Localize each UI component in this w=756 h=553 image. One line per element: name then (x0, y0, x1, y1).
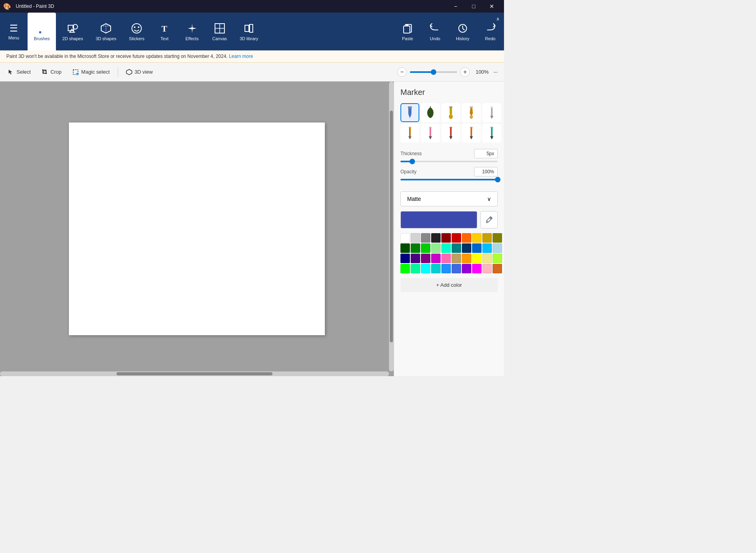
color-cell-23[interactable] (431, 254, 441, 263)
horizontal-scrollbar-thumb[interactable] (117, 372, 272, 375)
color-cell-38[interactable] (482, 264, 492, 273)
color-cell-25[interactable] (452, 254, 461, 263)
learn-more-link[interactable]: Learn more (229, 54, 253, 59)
color-cell-28[interactable] (482, 254, 492, 263)
ribbon-stickers[interactable]: Stickers (123, 13, 151, 50)
color-cell-12[interactable] (421, 243, 430, 253)
ribbon-undo[interactable]: Undo (421, 13, 449, 50)
svg-rect-0 (38, 23, 41, 24)
brush-pencil-gray-icon (485, 106, 499, 120)
color-cell-33[interactable] (431, 264, 441, 273)
color-cell-31[interactable] (411, 264, 420, 273)
svg-marker-38 (429, 136, 432, 139)
magic-select-tool[interactable]: ✦ Magic select (68, 67, 114, 77)
brush-pencil-orange[interactable] (462, 124, 481, 143)
ribbon-brushes[interactable]: Brushes (28, 13, 56, 50)
minimize-button[interactable]: − (447, 0, 465, 13)
add-color-button[interactable]: + Add color (400, 278, 498, 292)
color-cell-19[interactable] (493, 243, 502, 253)
color-cell-30[interactable] (400, 264, 410, 273)
color-cell-7[interactable] (472, 233, 482, 243)
eyedropper-button[interactable] (480, 211, 498, 228)
brush-pencil-gray[interactable] (482, 103, 501, 122)
color-cell-3[interactable] (431, 233, 441, 243)
ribbon-paste-label: Paste (402, 36, 413, 41)
zoom-slider-thumb[interactable] (431, 69, 436, 75)
brush-pencil[interactable] (400, 124, 419, 143)
color-cell-37[interactable] (472, 264, 482, 273)
drawing-canvas[interactable] (69, 122, 325, 335)
color-cell-13[interactable] (431, 243, 441, 253)
brush-pencil-teal[interactable] (482, 124, 501, 143)
zoom-out-button[interactable]: − (397, 67, 407, 77)
color-cell-34[interactable] (441, 264, 451, 273)
opacity-slider[interactable] (400, 179, 498, 180)
ribbon-text[interactable]: T Text (151, 13, 178, 50)
toolbar-more-button[interactable]: ··· (490, 67, 501, 76)
crop-tool[interactable]: Crop (37, 67, 66, 77)
color-cell-27[interactable] (472, 254, 482, 263)
zoom-in-button[interactable]: + (460, 67, 470, 77)
color-cell-15[interactable] (452, 243, 461, 253)
thickness-slider-thumb[interactable] (410, 159, 415, 164)
brush-oil[interactable] (441, 103, 460, 122)
ribbon-paste[interactable]: Paste (394, 13, 421, 50)
color-cell-39[interactable] (493, 264, 502, 273)
brush-calligraphy[interactable] (421, 103, 440, 122)
color-cell-5[interactable] (452, 233, 461, 243)
color-cell-11[interactable] (411, 243, 420, 253)
color-palette (400, 233, 498, 273)
ribbon-2dshapes[interactable]: 2D shapes (56, 13, 89, 50)
3dview-tool[interactable]: 3D view (121, 67, 158, 77)
color-cell-35[interactable] (452, 264, 461, 273)
color-cell-20[interactable] (400, 254, 410, 263)
color-cell-17[interactable] (472, 243, 482, 253)
color-cell-24[interactable] (441, 254, 451, 263)
color-cell-18[interactable] (482, 243, 492, 253)
select-tool[interactable]: Select (3, 67, 35, 77)
color-cell-6[interactable] (462, 233, 471, 243)
color-cell-26[interactable] (462, 254, 471, 263)
color-cell-22[interactable] (421, 254, 430, 263)
ribbon-history[interactable]: History (449, 13, 476, 50)
color-cell-32[interactable] (421, 264, 430, 273)
opacity-slider-thumb[interactable] (495, 177, 500, 182)
color-cell-10[interactable] (400, 243, 410, 253)
ribbon-collapse-button[interactable]: ∧ (491, 13, 504, 25)
color-cell-8[interactable] (482, 233, 492, 243)
ribbon-effects[interactable]: Effects (178, 13, 206, 50)
color-cell-2[interactable] (421, 233, 430, 243)
ribbon-3dshapes[interactable]: 3D shapes (89, 13, 123, 50)
color-cell-14[interactable] (441, 243, 451, 253)
color-cell-21[interactable] (411, 254, 420, 263)
zoom-slider[interactable] (410, 71, 457, 73)
text-icon: T (158, 22, 171, 35)
color-cell-36[interactable] (462, 264, 471, 273)
color-cell-4[interactable] (441, 233, 451, 243)
horizontal-scrollbar[interactable] (0, 371, 389, 376)
ribbon-canvas[interactable]: Canvas (206, 13, 233, 50)
brush-marker[interactable] (400, 103, 419, 122)
matte-dropdown[interactable]: Matte ∨ (400, 191, 498, 206)
maximize-button[interactable]: □ (465, 0, 483, 13)
close-button[interactable]: ✕ (483, 0, 501, 13)
3dshapes-icon (100, 22, 112, 35)
canvas-area[interactable] (0, 82, 394, 376)
vertical-scrollbar-thumb[interactable] (390, 111, 393, 343)
color-cell-29[interactable] (493, 254, 502, 263)
thickness-slider[interactable] (400, 161, 498, 162)
brush-pencil-pink[interactable] (421, 124, 440, 143)
svg-rect-28 (449, 106, 452, 108)
brush-watercolor[interactable] (462, 103, 481, 122)
opacity-value[interactable]: 100% (474, 167, 498, 176)
ribbon-menu[interactable]: ☰ Menu (0, 13, 28, 50)
color-cell-0[interactable] (400, 233, 410, 243)
color-cell-9[interactable] (493, 233, 502, 243)
current-color-swatch[interactable] (400, 211, 477, 228)
vertical-scrollbar[interactable] (389, 82, 394, 371)
color-cell-1[interactable] (411, 233, 420, 243)
ribbon-3dlibrary[interactable]: 3D library (233, 13, 265, 50)
brush-pencil-red[interactable] (441, 124, 460, 143)
thickness-value[interactable]: 5px (474, 149, 498, 158)
color-cell-16[interactable] (462, 243, 471, 253)
